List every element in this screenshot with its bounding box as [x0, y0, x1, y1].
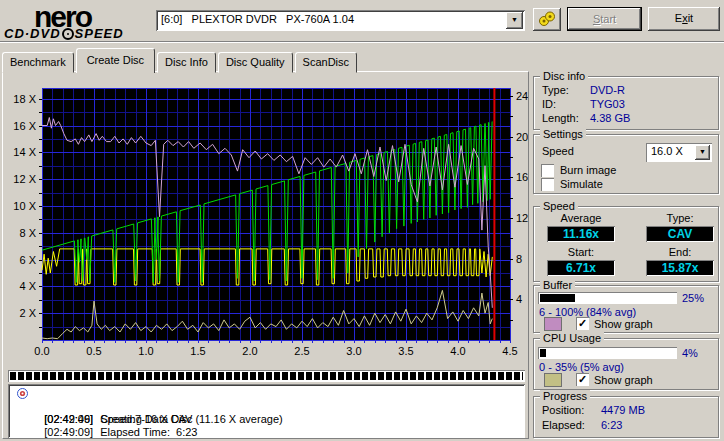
drive-selector[interactable]: [6:0] PLEXTOR DVDR PX-760A 1.04 ▼ — [156, 10, 525, 31]
settings-group: Settings Speed 16.0 X ▼ Burn image Simul… — [533, 134, 719, 194]
elapsed-value: 6:23 — [601, 419, 622, 431]
speed-select-value: 16.0 X — [651, 145, 683, 157]
burn-image-label: Burn image — [560, 164, 616, 176]
disc-length-label: Length: — [542, 112, 579, 124]
position-value: 4479 MB — [601, 404, 645, 416]
svg-text:12 X: 12 X — [13, 173, 36, 185]
svg-text:4.0: 4.0 — [450, 345, 465, 357]
logo-text-right: SPEED — [75, 26, 124, 41]
svg-text:0.0: 0.0 — [34, 345, 49, 357]
cpu-percent: 4% — [682, 347, 698, 359]
position-label: Position: — [542, 404, 584, 416]
speed-type-display: CAV — [646, 226, 714, 242]
buffer-group: Buffer 25% 6 - 100% (84% avg) ✓ Show gra… — [533, 285, 719, 333]
buffer-bar — [538, 292, 677, 304]
start-speed-display: 6.71x — [547, 260, 615, 276]
speed-select[interactable]: 16.0 X ▼ — [646, 143, 712, 162]
tab-create-disc[interactable]: Create Disc — [76, 48, 155, 73]
end-speed-label: End: — [646, 246, 714, 258]
log-text: Elapsed Time: 6:23 — [100, 426, 197, 438]
speed-graph: 2 X4 X6 X8 X10 X12 X14 X16 X18 X48121620… — [12, 78, 528, 362]
svg-text:4.5: 4.5 — [502, 345, 517, 357]
svg-text:1.0: 1.0 — [138, 345, 153, 357]
gears-icon — [538, 11, 556, 27]
cpu-usage-title: CPU Usage — [540, 332, 604, 345]
tab-scandisc[interactable]: ScanDisc — [295, 52, 357, 73]
options-button[interactable] — [533, 8, 561, 31]
write-progress-bar — [8, 370, 525, 382]
burn-image-checkbox[interactable] — [541, 164, 554, 177]
speed-setting-label: Speed — [542, 145, 574, 157]
svg-text:24: 24 — [516, 90, 528, 102]
speed-type-label: Type: — [646, 212, 714, 224]
log-panel: [02:42:46]Creating Data Disc [02:49:09]S… — [8, 384, 525, 438]
svg-text:8 X: 8 X — [19, 227, 36, 239]
exit-button-label: it — [688, 12, 694, 24]
svg-text:18 X: 18 X — [13, 93, 36, 105]
progress-group: Progress Position: 4479 MB Elapsed: 6:23 — [533, 396, 719, 438]
average-speed-label: Average — [547, 212, 615, 224]
cpu-show-graph-checkbox[interactable]: ✓ — [576, 373, 589, 386]
svg-text:6 X: 6 X — [19, 254, 36, 266]
svg-text:12: 12 — [516, 212, 528, 224]
cpu-range: 0 - 35% (5% avg) — [539, 361, 624, 373]
log-timestamp: [02:49:09] — [44, 426, 100, 439]
progress-title: Progress — [540, 390, 590, 403]
disc-type-label: Type: — [542, 84, 569, 96]
buffer-percent: 25% — [682, 292, 704, 304]
disc-info-title: Disc info — [540, 70, 588, 83]
nero-cd-dvd-speed-window: { "header": { "brand_top": "nero", "bran… — [0, 0, 724, 441]
buffer-show-graph-checkbox[interactable]: ✓ — [576, 317, 589, 330]
drive-selector-value: [6:0] PLEXTOR DVDR PX-760A 1.04 — [161, 13, 354, 25]
svg-text:2.0: 2.0 — [242, 345, 257, 357]
tab-disc-info[interactable]: Disc Info — [157, 52, 216, 73]
log-line: [02:42:46]Creating Data Disc — [8, 387, 525, 400]
buffer-show-graph-label: Show graph — [594, 318, 653, 330]
tab-benchmark[interactable]: Benchmark — [2, 52, 74, 73]
chevron-down-icon[interactable]: ▼ — [695, 145, 710, 160]
speed-group: Speed Average Type: 11.16x CAV Start: En… — [533, 206, 719, 282]
svg-text:4: 4 — [516, 293, 522, 305]
header-separator — [0, 41, 724, 43]
simulate-checkbox[interactable] — [541, 178, 554, 191]
buffer-bar-fill — [540, 294, 575, 302]
disc-id-value: TYG03 — [590, 98, 625, 110]
svg-text:10 X: 10 X — [13, 200, 36, 212]
svg-text:8: 8 — [516, 253, 522, 265]
disc-id-label: ID: — [542, 98, 556, 110]
disc-type-value: DVD-R — [590, 84, 625, 96]
cpu-series-swatch — [544, 373, 562, 387]
write-progress-bar-fill — [10, 372, 523, 380]
disc-icon — [62, 28, 74, 40]
disc-info-group: Disc info Type: DVD-R ID: TYG03 Length: … — [533, 76, 719, 130]
cpu-bar-fill — [540, 349, 546, 357]
svg-text:3.0: 3.0 — [346, 345, 361, 357]
start-button[interactable]: Start — [567, 7, 642, 31]
log-line: [02:49:09]Speed:7-16 X CAV (11.16 X aver… — [8, 400, 525, 413]
svg-text:2 X: 2 X — [19, 307, 36, 319]
svg-text:0.5: 0.5 — [86, 345, 101, 357]
exit-button[interactable]: Exit — [648, 7, 720, 31]
disc-icon — [17, 388, 28, 399]
buffer-title: Buffer — [540, 279, 575, 292]
svg-text:14 X: 14 X — [13, 146, 36, 158]
cd-dvd-speed-logo: CD·DVDSPEED — [4, 26, 124, 41]
svg-text:1.5: 1.5 — [190, 345, 205, 357]
average-speed-display: 11.16x — [547, 226, 615, 242]
svg-text:16: 16 — [516, 171, 528, 183]
logo-text-left: CD·DVD — [4, 26, 61, 41]
start-speed-label: Start: — [547, 246, 615, 258]
settings-title: Settings — [540, 128, 586, 141]
buffer-series-swatch — [544, 317, 562, 331]
simulate-label: Simulate — [560, 178, 603, 190]
svg-text:3.5: 3.5 — [398, 345, 413, 357]
chevron-down-icon[interactable]: ▼ — [506, 12, 523, 29]
disc-length-value: 4.38 GB — [590, 112, 630, 124]
cpu-show-graph-label: Show graph — [594, 374, 653, 386]
tab-bar: Benchmark Create Disc Disc Info Disc Qua… — [2, 48, 359, 73]
cpu-bar — [538, 347, 677, 359]
svg-text:16 X: 16 X — [13, 120, 36, 132]
end-speed-display: 15.87x — [646, 260, 714, 276]
log-line: [02:49:09]Elapsed Time: 6:23 — [8, 413, 525, 426]
tab-disc-quality[interactable]: Disc Quality — [218, 52, 293, 73]
